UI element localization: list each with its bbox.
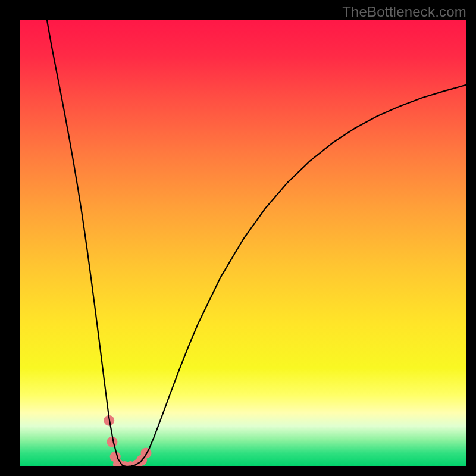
watermark-text: TheBottleneck.com (342, 4, 466, 20)
chart-frame: TheBottleneck.com (0, 0, 476, 476)
data-markers (104, 415, 151, 466)
chart-svg (20, 20, 466, 466)
bottleneck-curve (47, 20, 466, 466)
plot-area (20, 20, 466, 466)
